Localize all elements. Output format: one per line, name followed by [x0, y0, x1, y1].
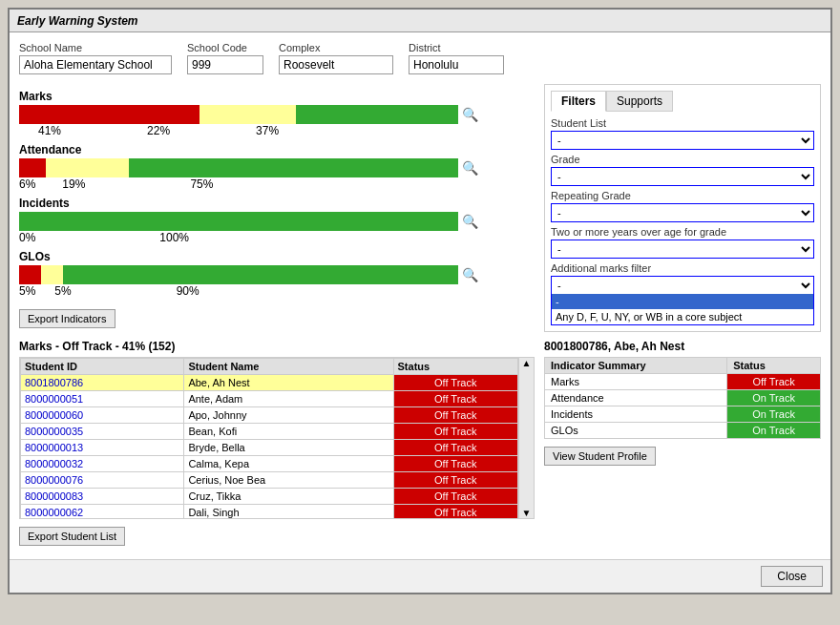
detail-status-cell: On Track — [727, 423, 821, 439]
student-list-label: Student List — [551, 117, 814, 129]
detail-indicator-cell: Marks — [545, 374, 727, 390]
repeating-label: Repeating Grade — [551, 190, 814, 201]
student-name-cell: Dali, Singh — [184, 505, 393, 520]
complex-group: Complex — [279, 42, 393, 74]
table-header: Student ID Student Name Status — [21, 359, 518, 375]
student-name-cell: Calma, Kepa — [184, 456, 393, 472]
student-list-select[interactable]: - — [551, 131, 814, 150]
att-red-bar — [19, 158, 46, 177]
grade-label: Grade — [551, 154, 814, 165]
table-row[interactable]: 8000000076Cerius, Noe BeaOff Track — [21, 472, 518, 489]
table-row[interactable]: 8000000062Dali, SinghOff Track — [21, 505, 518, 520]
charts-panel: Marks 🔍 41% 22% 37% — [19, 84, 535, 332]
table-row[interactable]: 8001800786Abe, Ah NestOff Track — [21, 375, 518, 391]
export-student-list-button[interactable]: Export Student List — [19, 527, 125, 546]
student-id-cell: 8000000035 — [21, 424, 184, 440]
student-id-cell: 8000000062 — [21, 505, 184, 520]
attendance-bar-row: 🔍 — [19, 158, 535, 177]
table-row[interactable]: 8000000083Cruz, TikkaOff Track — [21, 489, 518, 505]
marks-yellow-bar — [200, 105, 296, 124]
scroll-up[interactable]: ▲ — [519, 358, 534, 368]
incidents-bar-row: 🔍 — [19, 212, 535, 231]
glos-section: GLOs 🔍 5% 5% 90% — [19, 250, 535, 298]
marks-green-bar — [296, 105, 458, 124]
glos-bar-row: 🔍 — [19, 265, 535, 284]
detail-row: IncidentsOn Track — [545, 406, 821, 423]
table-row[interactable]: 8000000013Bryde, BellaOff Track — [21, 440, 518, 456]
student-name-cell: Ante, Adam — [184, 391, 393, 407]
att-red-label: 6% — [19, 177, 35, 191]
glos-yellow-bar — [41, 265, 63, 284]
addl-marks-dropdown-area: - Any D, F, U, NY, or WB in a core subje… — [551, 276, 814, 325]
marks-search-icon[interactable]: 🔍 — [462, 107, 478, 122]
student-status-cell: Off Track — [393, 456, 517, 472]
detail-indicator-cell: Attendance — [545, 390, 727, 406]
detail-col-indicator: Indicator Summary — [545, 358, 727, 374]
table-row[interactable]: 8000000051Ante, AdamOff Track — [21, 391, 518, 407]
close-button[interactable]: Close — [761, 566, 823, 587]
student-name-cell: Apo, Johnny — [184, 407, 393, 424]
attendance-search-icon[interactable]: 🔍 — [462, 160, 478, 176]
inc-green-bar — [19, 212, 458, 231]
marks-red-bar — [19, 105, 200, 124]
scrollbar[interactable]: ▲ ▼ — [519, 357, 535, 519]
district-input[interactable] — [409, 55, 504, 74]
student-id-cell: 8000000060 — [21, 407, 184, 424]
table-row[interactable]: 8000000032Calma, KepaOff Track — [21, 456, 518, 472]
complex-input[interactable] — [279, 55, 393, 74]
table-row[interactable]: 8000000060Apo, JohnnyOff Track — [21, 407, 518, 424]
detail-status-cell: On Track — [727, 406, 821, 423]
att-yellow-label: 19% — [62, 177, 85, 191]
attendance-bar-labels: 6% 19% 75% — [19, 177, 535, 191]
student-name-cell: Abe, Ah Nest — [184, 375, 393, 391]
incidents-bar-labels: 0% 100% — [19, 231, 535, 244]
student-status-cell: Off Track — [393, 505, 517, 520]
detail-status-cell: On Track — [727, 390, 821, 406]
student-status-cell: Off Track — [393, 440, 517, 456]
student-status-cell: Off Track — [393, 407, 517, 424]
att-yellow-bar — [46, 158, 129, 177]
addl-marks-any-option: Any D, F, U, NY, or WB in a core subject — [552, 309, 813, 324]
col-status-header: Status — [393, 359, 517, 375]
student-status-cell: Off Track — [393, 472, 517, 489]
tab-filters[interactable]: Filters — [551, 91, 606, 112]
glos-red-bar — [19, 265, 41, 284]
grade-select[interactable]: - — [551, 167, 814, 186]
incidents-label: Incidents — [19, 197, 535, 210]
detail-col-status: Status — [727, 358, 821, 374]
inc-red-label: 0% — [19, 231, 35, 244]
student-name-cell: Bean, Kofi — [184, 424, 393, 440]
main-window: Early Warning System School Name School … — [8, 8, 832, 594]
tab-supports[interactable]: Supports — [606, 91, 673, 112]
marks-label: Marks — [19, 90, 535, 103]
incidents-search-icon[interactable]: 🔍 — [462, 214, 478, 229]
title-text: Early Warning System — [17, 14, 138, 28]
scroll-down[interactable]: ▼ — [519, 508, 534, 518]
student-id-cell: 8001800786 — [21, 375, 184, 391]
school-info-row: School Name School Code Complex District — [19, 42, 821, 74]
detail-header: Indicator Summary Status — [545, 358, 821, 374]
student-list-body: 8001800786Abe, Ah NestOff Track800000005… — [21, 375, 518, 520]
detail-row: AttendanceOn Track — [545, 390, 821, 406]
list-scroll-area: Student ID Student Name Status 800180078… — [19, 357, 535, 519]
bottom-area: Marks - Off Track - 41% (152) Student ID… — [19, 340, 821, 546]
student-name-cell: Bryde, Bella — [184, 440, 393, 456]
detail-body: MarksOff TrackAttendanceOn TrackIncident… — [545, 374, 821, 439]
glos-search-icon[interactable]: 🔍 — [462, 267, 478, 282]
district-group: District — [409, 42, 504, 74]
student-list-scroll[interactable]: Student ID Student Name Status 800180078… — [19, 357, 519, 519]
student-id-cell: 8000000083 — [21, 489, 184, 505]
export-indicators-button[interactable]: Export Indicators — [19, 309, 116, 328]
repeating-select[interactable]: - — [551, 203, 814, 222]
view-student-profile-button[interactable]: View Student Profile — [544, 447, 656, 466]
table-row[interactable]: 8000000035Bean, KofiOff Track — [21, 424, 518, 440]
detail-status-cell: Off Track — [727, 374, 821, 390]
student-id-cell: 8000000032 — [21, 456, 184, 472]
addl-marks-select[interactable]: - Any D, F, U, NY, or WB in a core subje… — [552, 277, 813, 294]
marks-yellow-label: 22% — [147, 124, 170, 137]
detail-indicator-cell: GLOs — [545, 423, 727, 439]
school-name-input[interactable] — [19, 55, 172, 74]
student-id-cell: 8000000076 — [21, 472, 184, 489]
overage-select[interactable]: - — [551, 240, 814, 259]
school-code-input[interactable] — [187, 55, 263, 74]
